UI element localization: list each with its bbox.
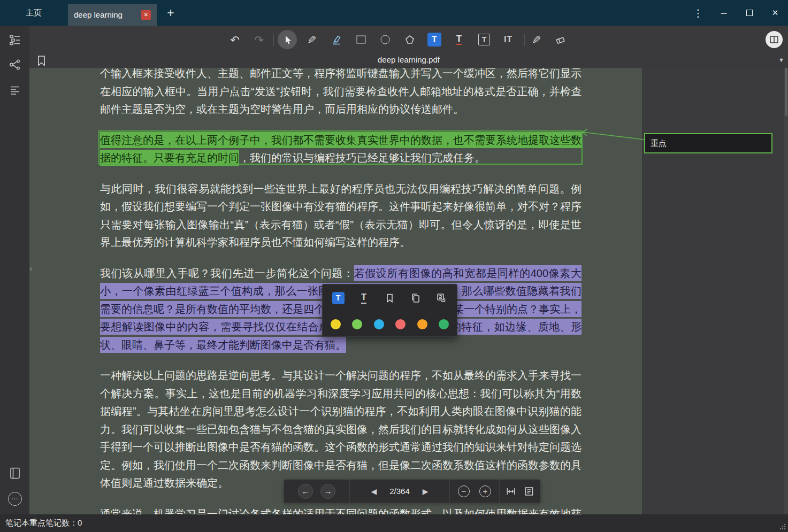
popup-translate-tool[interactable] <box>434 291 448 305</box>
pen-tool[interactable]: ✎ <box>307 34 317 45</box>
tab-label: deep learning <box>74 10 137 19</box>
pdf-paragraph: 通常来说，机器学习是一门讨论各式各样的适用于不同问题的函数形式，以及如何使用数据… <box>100 505 582 515</box>
pdf-text: 一种解决以上问题的思路是逆向思考。与其设计一个解决问题的程序，不如从最终的需求入… <box>100 369 582 489</box>
sidebar-collapse-handle[interactable]: ‹ <box>29 264 32 273</box>
cursor-icon <box>282 34 293 45</box>
maximize-button[interactable] <box>737 0 762 26</box>
redo-button[interactable]: ↷ <box>254 34 264 45</box>
fit-page-button[interactable] <box>524 486 534 497</box>
pdf-text: 通常来说，机器学习是一门讨论各式各样的适用于不同问题的函数形式，以及如何使用数据… <box>100 508 582 515</box>
pdf-text: 我们该从哪里入手呢？我们先进一步简化这个问题： <box>100 267 354 279</box>
popup-highlight-icon: T <box>332 292 345 304</box>
notes-panel: 重点 <box>642 68 784 514</box>
popup-tools-row: T T <box>323 284 457 311</box>
window-controls: ⋮ ─ ✕ <box>685 0 788 26</box>
text-box-icon: T <box>478 34 490 45</box>
eraser-icon <box>555 34 567 45</box>
note-label: 重点 <box>651 138 667 149</box>
pdf-text: 个输入框来接受收件人、主题、邮件正文等，程序将监听键盘输入并写入一个缓冲区，然后… <box>100 68 582 115</box>
menu-button[interactable]: ⋮ <box>685 0 711 26</box>
minimize-button[interactable]: ─ <box>711 0 737 26</box>
resize-grip[interactable] <box>779 523 786 530</box>
tab-deep-learning[interactable]: deep learning ✕ <box>68 4 157 26</box>
notebook-button[interactable] <box>7 465 23 481</box>
rectangle-tool[interactable] <box>357 36 366 44</box>
history-section: ← → <box>284 480 349 503</box>
zoom-in-button[interactable]: + <box>479 485 491 497</box>
popup-translate-icon <box>436 292 447 304</box>
fit-section <box>500 480 540 503</box>
underline-text-icon: T <box>456 34 462 45</box>
titlebar: 主页 deep learning ✕ + ⋮ ─ ✕ <box>0 0 788 26</box>
ellipse-tool[interactable] <box>381 35 390 44</box>
outline-panel-button[interactable] <box>7 32 23 48</box>
fit-width-button[interactable] <box>506 486 516 497</box>
forward-button[interactable]: → <box>320 484 335 499</box>
polygon-tool[interactable] <box>404 34 415 45</box>
back-button[interactable]: ← <box>298 484 313 499</box>
popup-highlight-tool[interactable]: T <box>331 291 345 305</box>
page-indicator[interactable]: 2/364 <box>389 487 410 496</box>
popup-copy-tool[interactable] <box>409 291 423 305</box>
outline-icon <box>9 33 21 46</box>
pdf-paragraph: 与此同时，我们很容易就能找到一些连世界上最好的程序员也无法仅用编程技巧解决的简单… <box>100 180 582 252</box>
pdf-paragraph: 值得注意的是，在以上两个例子中，我们都不需要收集真实世界中的数据，也不需要系统地… <box>100 132 582 167</box>
left-sidebar: … <box>0 26 29 514</box>
pdf-paragraph: 一种解决以上问题的思路是逆向思考。与其设计一个解决问题的程序，不如从最终的需求入… <box>100 367 582 492</box>
maximize-icon <box>746 10 753 16</box>
more-options-button[interactable]: … <box>7 491 23 507</box>
vertical-scrollbar[interactable] <box>784 68 788 514</box>
pdf-page: 个输入框来接受收件人、主题、邮件正文等，程序将监听键盘输入并写入一个缓冲区，然后… <box>29 68 788 514</box>
toolbar-divider <box>524 34 525 46</box>
color-dot-5[interactable] <box>417 319 427 329</box>
undo-button[interactable]: ↶ <box>230 34 240 45</box>
color-dot-1[interactable] <box>331 319 341 329</box>
color-dot-3[interactable] <box>374 319 384 329</box>
prev-page-button[interactable]: ◀ <box>371 487 377 496</box>
highlight-text-icon: T <box>427 33 441 47</box>
text-box-tool[interactable]: T <box>478 34 490 45</box>
note-annotation[interactable]: 重点 <box>644 133 772 153</box>
zoom-out-button[interactable]: − <box>458 485 470 497</box>
insert-text-icon: IT <box>504 35 512 44</box>
color-dot-6[interactable] <box>439 319 449 329</box>
popup-bookmark-tool[interactable] <box>383 291 397 305</box>
popup-underline-icon: T <box>361 292 366 304</box>
pdf-text: ，我们的常识与编程技巧已经足够让我们完成任务。 <box>239 152 485 164</box>
select-tool[interactable] <box>278 30 297 49</box>
new-tab-button[interactable]: + <box>163 0 179 26</box>
home-button[interactable]: 主页 <box>26 0 42 26</box>
popup-underline-tool[interactable]: T <box>357 291 371 305</box>
document-bar: deep learning.pdf ▼ <box>29 53 788 68</box>
dropdown-arrow-icon[interactable]: ▼ <box>778 57 784 63</box>
fit-width-icon <box>506 486 516 497</box>
mindmap-panel-button[interactable] <box>7 57 23 73</box>
page-layout-icon <box>768 34 780 45</box>
color-dot-2[interactable] <box>352 319 362 329</box>
highlight-text-tool[interactable]: T <box>427 33 441 47</box>
page-navigation-bar: ← → ◀ 2/364 ▶ − + <box>284 480 540 503</box>
document-title: deep learning.pdf <box>29 55 788 64</box>
color-dot-4[interactable] <box>395 319 406 329</box>
ink-pen-tool[interactable]: ✎ <box>532 34 541 45</box>
eraser-tool[interactable] <box>555 34 567 45</box>
notebook-icon <box>9 467 21 480</box>
scrollbar-thumb[interactable] <box>785 68 787 116</box>
color-palette <box>323 311 457 337</box>
more-icon: … <box>8 492 22 506</box>
notes-list-button[interactable] <box>7 82 23 98</box>
polygon-icon <box>404 34 415 45</box>
next-page-button[interactable]: ▶ <box>423 487 429 496</box>
ellipse-icon <box>381 35 390 44</box>
statusbar: 笔记本重点笔记数：0 <box>0 514 788 532</box>
page-layout-button[interactable] <box>766 31 783 48</box>
highlighter-tool[interactable] <box>331 34 342 45</box>
highlighter-icon <box>331 34 342 45</box>
popup-bookmark-icon <box>384 292 395 304</box>
tab-close-button[interactable]: ✕ <box>141 10 151 20</box>
pdf-paragraph: 个输入框来接受收件人、主题、邮件正文等，程序将监听键盘输入并写入一个缓冲区，然后… <box>100 68 582 119</box>
underline-text-tool[interactable]: T <box>456 34 462 45</box>
mindmap-icon <box>9 58 21 71</box>
close-button[interactable]: ✕ <box>762 0 788 26</box>
insert-text-tool[interactable]: IT <box>504 35 512 44</box>
